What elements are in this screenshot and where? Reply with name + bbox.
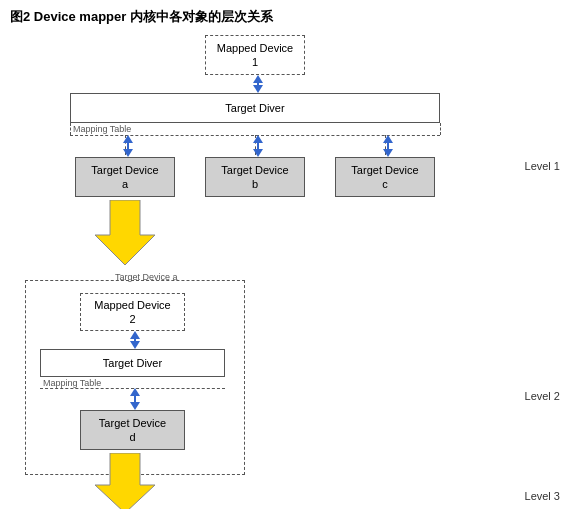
- mapped-device-2-box: Mapped Device2: [80, 293, 185, 331]
- arrow-md1-td1: [253, 75, 263, 93]
- level2-label: Level 2: [525, 390, 560, 402]
- arrow-down-2: [130, 341, 140, 349]
- target-device-d-label: Target Deviced: [99, 416, 166, 445]
- target-diver-1-box: Target Diver: [70, 93, 440, 123]
- mapped-device-1-label: Mapped Device1: [217, 41, 293, 70]
- dashed-v-right: [440, 123, 441, 135]
- arrow-down-b: [253, 149, 263, 157]
- mapping-table-2-label: Mapping Table: [43, 378, 101, 388]
- target-device-a-box: Target Devicea: [75, 157, 175, 197]
- arrow-up-a: [123, 135, 133, 143]
- diagram-area: Mapped Device1 Target Diver Mapping Tabl…: [10, 30, 560, 505]
- mapping-table-1-label: Mapping Table: [73, 124, 131, 134]
- arrow-td-b: [253, 135, 263, 157]
- level3-label: Level 3: [525, 490, 560, 502]
- arrow-md2-td2: [130, 331, 140, 349]
- yellow-arrow-2: [85, 453, 165, 509]
- arrow-down-a: [123, 149, 133, 157]
- target-device-a-label: Target Devicea: [91, 163, 158, 192]
- arrow-down-d: [130, 402, 140, 410]
- target-diver-2-label: Target Diver: [103, 356, 162, 370]
- target-diver-2-box: Target Diver: [40, 349, 225, 377]
- arrow-td-d: [130, 388, 140, 410]
- target-device-c-box: Target Devicec: [335, 157, 435, 197]
- svg-marker-1: [95, 453, 155, 509]
- arrow-up-d: [130, 388, 140, 396]
- target-device-b-label: Target Deviceb: [221, 163, 288, 192]
- arrow-td-a: [123, 135, 133, 157]
- level1-label: Level 1: [525, 160, 560, 172]
- mapped-device-1-box: Mapped Device1: [205, 35, 305, 75]
- title: 图2 Device mapper 内核中各对象的层次关系: [0, 0, 570, 30]
- yellow-arrow-1: [85, 200, 165, 270]
- target-diver-1-label: Target Diver: [225, 101, 284, 115]
- arrow-head-up-1: [253, 75, 263, 83]
- target-device-d-box: Target Deviced: [80, 410, 185, 450]
- mapped-device-2-label: Mapped Device2: [94, 298, 170, 327]
- arrow-up-2: [130, 331, 140, 339]
- arrow-td-c: [383, 135, 393, 157]
- target-device-b-box: Target Deviceb: [205, 157, 305, 197]
- svg-marker-0: [95, 200, 155, 265]
- arrow-up-b: [253, 135, 263, 143]
- arrow-head-down-1: [253, 85, 263, 93]
- arrow-down-c: [383, 149, 393, 157]
- arrow-up-c: [383, 135, 393, 143]
- dashed-v-left: [70, 123, 71, 135]
- target-device-c-label: Target Devicec: [351, 163, 418, 192]
